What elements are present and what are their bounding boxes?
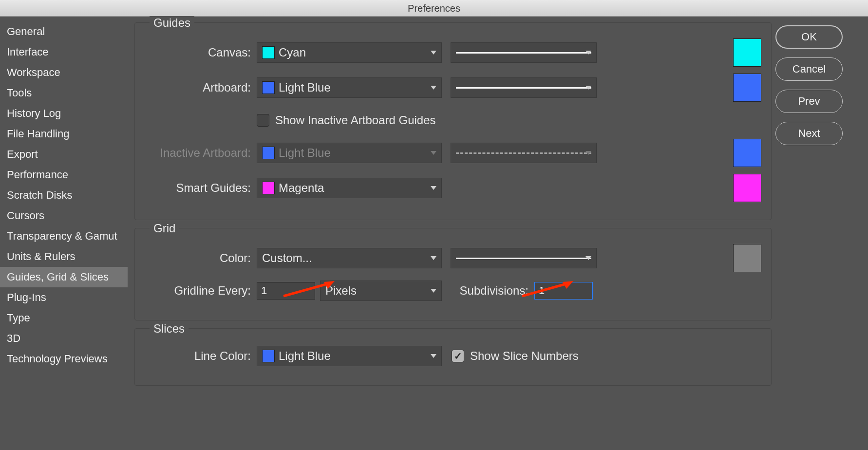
- grid-legend: Grid: [150, 222, 179, 235]
- artboard-color-select[interactable]: Light Blue: [257, 77, 442, 98]
- sidebar-item-interface[interactable]: Interface: [0, 42, 128, 62]
- chevron-down-icon: [431, 354, 436, 358]
- subdivisions-input[interactable]: [534, 282, 593, 300]
- sidebar-item-workspace[interactable]: Workspace: [0, 62, 128, 83]
- prev-button[interactable]: Prev: [775, 90, 843, 113]
- guides-legend: Guides: [150, 16, 194, 30]
- sidebar-item-guides-grid-slices[interactable]: Guides, Grid & Slices: [0, 267, 128, 287]
- guides-fieldset: Guides Canvas: Cyan Artboard: Li: [134, 22, 772, 220]
- sidebar-item-cursors[interactable]: Cursors: [0, 206, 128, 226]
- artboard-color-swatch[interactable]: [733, 74, 761, 102]
- artboard-label: Artboard:: [145, 81, 257, 94]
- sidebar-item-history-log[interactable]: History Log: [0, 103, 128, 124]
- line-solid-icon: [456, 52, 591, 54]
- smart-color-name: Magenta: [279, 181, 324, 195]
- grid-color-name: Custom...: [262, 251, 312, 265]
- canvas-color-select[interactable]: Cyan: [257, 42, 442, 63]
- chevron-down-icon: [431, 51, 436, 55]
- artboard-style-select[interactable]: [451, 77, 597, 98]
- smart-guides-label: Smart Guides:: [145, 181, 257, 195]
- slices-fieldset: Slices Line Color: Light Blue Show Slice…: [134, 328, 772, 386]
- line-dashed-icon: [456, 152, 591, 154]
- show-inactive-checkbox[interactable]: [257, 114, 269, 127]
- grid-color-label: Color:: [145, 251, 257, 265]
- line-color-label: Line Color:: [145, 349, 257, 363]
- line-solid-icon: [456, 87, 591, 89]
- gridline-every-input[interactable]: [257, 282, 315, 300]
- gridline-unit-select[interactable]: Pixels: [320, 281, 442, 301]
- ok-button[interactable]: OK: [775, 25, 843, 49]
- chevron-down-icon: [431, 256, 436, 260]
- preferences-sidebar: GeneralInterfaceWorkspaceToolsHistory Lo…: [0, 17, 128, 450]
- smart-color-select[interactable]: Magenta: [257, 178, 442, 198]
- artboard-swatch-icon: [262, 81, 275, 94]
- slices-legend: Slices: [150, 322, 189, 336]
- canvas-style-select[interactable]: [451, 42, 597, 63]
- line-color-select[interactable]: Light Blue: [257, 346, 442, 366]
- sidebar-item-file-handling[interactable]: File Handling: [0, 124, 128, 144]
- sidebar-item-plug-ins[interactable]: Plug-Ins: [0, 287, 128, 308]
- sidebar-item-units-rulers[interactable]: Units & Rulers: [0, 246, 128, 267]
- sidebar-item-tools[interactable]: Tools: [0, 83, 128, 103]
- next-button[interactable]: Next: [775, 122, 843, 145]
- show-inactive-label: Show Inactive Artboard Guides: [275, 113, 436, 127]
- grid-style-select[interactable]: [451, 248, 597, 268]
- chevron-down-icon: [585, 86, 591, 90]
- canvas-color-name: Cyan: [279, 46, 306, 59]
- sidebar-item-transparency-gamut[interactable]: Transparency & Gamut: [0, 226, 128, 246]
- gridline-unit-name: Pixels: [325, 284, 357, 298]
- line-solid-icon: [456, 258, 591, 259]
- sidebar-item-general[interactable]: General: [0, 21, 128, 42]
- inactive-style-select: [451, 143, 597, 163]
- chevron-down-icon: [585, 256, 591, 260]
- window-title: Preferences: [0, 0, 868, 17]
- sidebar-item-technology-previews[interactable]: Technology Previews: [0, 349, 128, 369]
- chevron-down-icon: [431, 186, 436, 190]
- inactive-swatch-icon: [262, 147, 275, 159]
- sidebar-item-performance[interactable]: Performance: [0, 165, 128, 185]
- chevron-down-icon: [585, 151, 591, 155]
- cancel-button[interactable]: Cancel: [775, 57, 843, 81]
- show-slice-numbers-label: Show Slice Numbers: [470, 349, 579, 363]
- dialog-body: GeneralInterfaceWorkspaceToolsHistory Lo…: [0, 17, 868, 450]
- inactive-color-select: Light Blue: [257, 143, 442, 163]
- main-panel: Guides Canvas: Cyan Artboard: Li: [128, 17, 775, 450]
- line-color-name: Light Blue: [279, 349, 331, 363]
- sidebar-item-scratch-disks[interactable]: Scratch Disks: [0, 185, 128, 206]
- smart-color-swatch[interactable]: [733, 174, 761, 202]
- artboard-color-name: Light Blue: [279, 81, 331, 94]
- smart-swatch-icon: [262, 182, 275, 194]
- sidebar-item-3d[interactable]: 3D: [0, 328, 128, 349]
- inactive-color-swatch[interactable]: [733, 139, 761, 167]
- subdivisions-label: Subdivisions:: [442, 284, 534, 298]
- chevron-down-icon: [431, 86, 436, 90]
- grid-fieldset: Grid Color: Custom... Gridline Every: Pi…: [134, 228, 772, 320]
- gridline-every-label: Gridline Every:: [145, 284, 257, 298]
- chevron-down-icon: [431, 151, 436, 155]
- sidebar-item-export[interactable]: Export: [0, 144, 128, 165]
- inactive-color-name: Light Blue: [279, 146, 331, 160]
- grid-color-swatch[interactable]: [733, 244, 761, 272]
- show-slice-numbers-checkbox[interactable]: [452, 350, 464, 362]
- chevron-down-icon: [585, 51, 591, 55]
- grid-color-select[interactable]: Custom...: [257, 248, 442, 268]
- inactive-artboard-label: Inactive Artboard:: [145, 146, 257, 160]
- canvas-label: Canvas:: [145, 46, 257, 59]
- canvas-swatch-icon: [262, 46, 275, 59]
- chevron-down-icon: [431, 289, 436, 293]
- canvas-color-swatch[interactable]: [733, 38, 761, 67]
- dialog-buttons: OK Cancel Prev Next: [775, 17, 868, 450]
- sidebar-item-type[interactable]: Type: [0, 308, 128, 328]
- line-color-swatch-icon: [262, 350, 275, 362]
